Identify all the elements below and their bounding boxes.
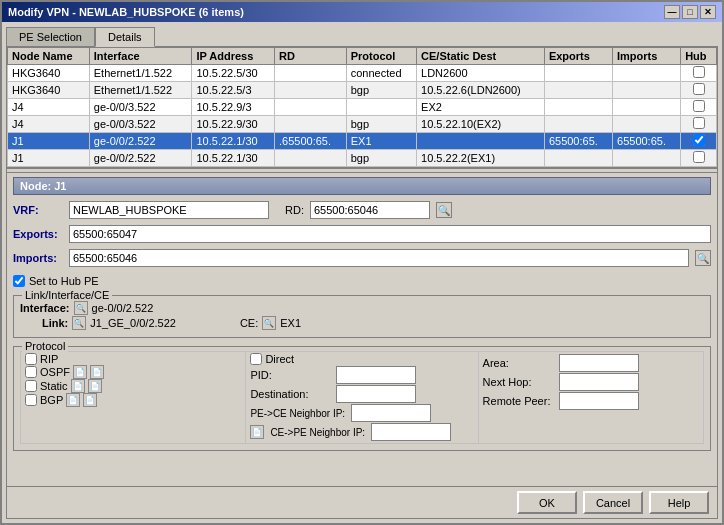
hub-checkbox[interactable] — [693, 83, 705, 95]
hub-cell — [681, 65, 717, 82]
ce-search-icon[interactable]: 🔍 — [262, 316, 276, 330]
vrf-input[interactable] — [69, 201, 269, 219]
imports-input[interactable] — [69, 249, 689, 267]
vpn-table: Node Name Interface IP Address RD Protoc… — [7, 47, 717, 167]
area-input[interactable] — [559, 354, 639, 372]
static-icon2[interactable]: 📄 — [88, 379, 102, 393]
hub-cell — [681, 150, 717, 167]
remote-peer-input[interactable] — [559, 392, 639, 410]
pe-ce-input[interactable] — [351, 404, 431, 422]
ce-pe-input[interactable] — [371, 423, 451, 441]
ospf-checkbox[interactable] — [25, 366, 37, 378]
table-cell: bgp — [346, 116, 416, 133]
rip-checkbox[interactable] — [25, 353, 37, 365]
rd-search-icon[interactable]: 🔍 — [436, 202, 452, 218]
bgp-checkbox[interactable] — [25, 394, 37, 406]
close-button[interactable]: ✕ — [700, 5, 716, 19]
table-cell: 10.5.22.1/30 — [192, 150, 275, 167]
maximize-button[interactable]: □ — [682, 5, 698, 19]
table-cell: connected — [346, 65, 416, 82]
table-row[interactable]: J1ge-0/0/2.52210.5.22.1/30bgp10.5.22.2(E… — [8, 150, 717, 167]
hub-checkbox[interactable] — [693, 151, 705, 163]
imports-search-icon[interactable]: 🔍 — [695, 250, 711, 266]
col-imports: Imports — [613, 48, 681, 65]
hub-checkbox[interactable] — [693, 134, 705, 146]
minimize-button[interactable]: — — [664, 5, 680, 19]
area-row: Area: — [483, 354, 699, 372]
table-cell — [275, 116, 347, 133]
table-cell: Ethernet1/1.522 — [89, 65, 192, 82]
table-row[interactable]: J1ge-0/0/2.52210.5.22.1/30.65500:65.EX16… — [8, 133, 717, 150]
hub-checkbox[interactable] — [693, 66, 705, 78]
pid-input[interactable] — [336, 366, 416, 384]
title-bar-buttons: — □ ✕ — [664, 5, 716, 19]
table-cell: LDN2600 — [417, 65, 545, 82]
table-cell — [613, 82, 681, 99]
static-icon1[interactable]: 📄 — [71, 379, 85, 393]
tab-details[interactable]: Details — [95, 27, 155, 47]
next-hop-input[interactable] — [559, 373, 639, 391]
link-row: Link: 🔍 J1_GE_0/0/2.522 CE: 🔍 EX1 — [20, 316, 704, 330]
bgp-icon1[interactable]: 📄 — [66, 393, 80, 407]
table-row[interactable]: HKG3640Ethernet1/1.52210.5.22.5/3bgp10.5… — [8, 82, 717, 99]
pid-label: PID: — [250, 369, 330, 381]
ce-pe-icon[interactable]: 📄 — [250, 425, 264, 439]
destination-row: Destination: — [250, 385, 473, 403]
protocol-table: RIP OSPF 📄 📄 Static 📄 — [20, 351, 704, 444]
hub-checkbox[interactable] — [693, 117, 705, 129]
table-cell: 10.5.22.9/3 — [192, 99, 275, 116]
ospf-icon1[interactable]: 📄 — [73, 365, 87, 379]
table-cell: ge-0/0/2.522 — [89, 133, 192, 150]
table-row[interactable]: J4ge-0/0/3.52210.5.22.9/30bgp10.5.22.10(… — [8, 116, 717, 133]
main-window: Modify VPN - NEWLAB_HUBSPOKE (6 items) —… — [0, 0, 724, 525]
bgp-item: BGP 📄 📄 — [25, 393, 241, 407]
direct-checkbox[interactable] — [250, 353, 262, 365]
interface-search-icon[interactable]: 🔍 — [74, 301, 88, 315]
table-cell — [275, 82, 347, 99]
ce-pe-label: CE->PE Neighbor IP: — [270, 427, 365, 438]
table-cell — [346, 99, 416, 116]
table-cell: bgp — [346, 150, 416, 167]
table-cell: HKG3640 — [8, 65, 90, 82]
rd-label: RD: — [285, 204, 304, 216]
hub-pe-checkbox[interactable] — [13, 275, 25, 287]
tab-pe-selection[interactable]: PE Selection — [6, 27, 95, 47]
rd-input[interactable] — [310, 201, 430, 219]
static-checkbox[interactable] — [25, 380, 37, 392]
interface-row: Interface: 🔍 ge-0/0/2.522 — [20, 301, 704, 315]
link-interface-group: Link/Interface/CE Interface: 🔍 ge-0/0/2.… — [13, 295, 711, 338]
table-cell: J4 — [8, 99, 90, 116]
ospf-item: OSPF 📄 📄 — [25, 365, 241, 379]
remote-peer-label: Remote Peer: — [483, 395, 553, 407]
table-cell: 10.5.22.9/30 — [192, 116, 275, 133]
tab-bar: PE Selection Details — [2, 22, 722, 46]
table-cell: Ethernet1/1.522 — [89, 82, 192, 99]
cancel-button[interactable]: Cancel — [583, 491, 643, 514]
bgp-icon2[interactable]: 📄 — [83, 393, 97, 407]
table-cell — [275, 99, 347, 116]
table-cell — [544, 82, 612, 99]
table-cell — [275, 150, 347, 167]
col-exports: Exports — [544, 48, 612, 65]
col-rd: RD — [275, 48, 347, 65]
col-ip-address: IP Address — [192, 48, 275, 65]
table-row[interactable]: HKG3640Ethernet1/1.52210.5.22.5/30connec… — [8, 65, 717, 82]
static-item: Static 📄 📄 — [25, 379, 241, 393]
help-button[interactable]: Help — [649, 491, 709, 514]
exports-row: Exports: — [13, 225, 711, 243]
ospf-icon2[interactable]: 📄 — [90, 365, 104, 379]
exports-input[interactable] — [69, 225, 711, 243]
destination-input[interactable] — [336, 385, 416, 403]
table-cell — [544, 116, 612, 133]
protocol-group-title: Protocol — [22, 340, 68, 352]
ok-button[interactable]: OK — [517, 491, 577, 514]
link-search-icon[interactable]: 🔍 — [72, 316, 86, 330]
static-label: Static — [40, 380, 68, 392]
hub-checkbox[interactable] — [693, 100, 705, 112]
bottom-bar: OK Cancel Help — [7, 486, 717, 518]
pe-ce-row: PE->CE Neighbor IP: — [250, 404, 473, 422]
hub-pe-label: Set to Hub PE — [29, 275, 99, 287]
table-row[interactable]: J4ge-0/0/3.52210.5.22.9/3EX2 — [8, 99, 717, 116]
hub-cell — [681, 133, 717, 150]
area-label: Area: — [483, 357, 553, 369]
